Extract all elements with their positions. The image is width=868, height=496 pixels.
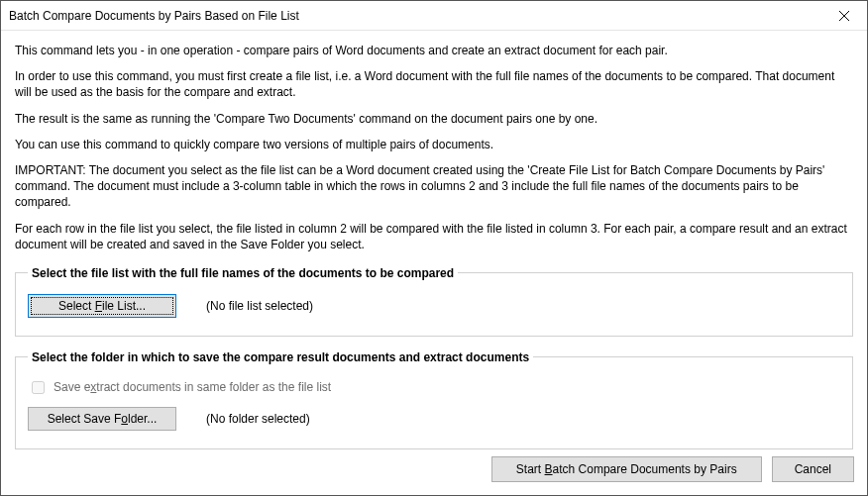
button-accesskey: o bbox=[121, 412, 128, 426]
button-accesskey: B bbox=[545, 462, 553, 476]
intro-paragraph-6: For each row in the file list you select… bbox=[15, 221, 853, 252]
intro-paragraph-5: IMPORTANT: The document you select as th… bbox=[15, 162, 853, 211]
dialog-footer: Start Batch Compare Documents by Pairs C… bbox=[491, 456, 854, 482]
cancel-text: Cancel bbox=[795, 462, 831, 476]
close-button[interactable] bbox=[821, 1, 867, 31]
button-text-prefix: Select bbox=[58, 299, 95, 313]
button-text-suffix: ile List... bbox=[102, 299, 146, 313]
same-folder-checkbox[interactable] bbox=[32, 381, 45, 394]
file-list-group-legend: Select the file list with the full file … bbox=[28, 266, 458, 280]
file-list-status: (No file list selected) bbox=[206, 299, 313, 313]
button-accesskey: F bbox=[95, 299, 102, 313]
select-file-list-button[interactable]: Select File List... bbox=[28, 294, 176, 318]
button-text-suffix: lder... bbox=[128, 412, 157, 426]
intro-paragraph-4: You can use this command to quickly comp… bbox=[15, 137, 853, 152]
save-folder-group: Select the folder in which to save the c… bbox=[15, 350, 853, 449]
button-text-suffix: atch Compare Documents by Pairs bbox=[553, 462, 737, 476]
start-batch-compare-button[interactable]: Start Batch Compare Documents by Pairs bbox=[491, 456, 762, 482]
checkbox-text-prefix: Save e bbox=[54, 380, 90, 394]
save-folder-status: (No folder selected) bbox=[206, 412, 310, 426]
window-title: Batch Compare Documents by Pairs Based o… bbox=[9, 9, 299, 23]
checkbox-text-suffix: tract documents in same folder as the fi… bbox=[96, 380, 331, 394]
button-text-prefix: Select Save F bbox=[48, 412, 122, 426]
cancel-button[interactable]: Cancel bbox=[772, 456, 854, 482]
titlebar: Batch Compare Documents by Pairs Based o… bbox=[1, 1, 867, 31]
select-save-folder-button[interactable]: Select Save Folder... bbox=[28, 407, 176, 431]
dialog-content: This command lets you - in one operation… bbox=[1, 31, 867, 459]
intro-paragraph-3: The result is the same as running the 'C… bbox=[15, 111, 853, 127]
button-text-prefix: Start bbox=[516, 462, 545, 476]
save-folder-group-legend: Select the folder in which to save the c… bbox=[28, 350, 533, 364]
intro-paragraph-2: In order to use this command, you must f… bbox=[15, 68, 853, 100]
same-folder-checkbox-label: Save extract documents in same folder as… bbox=[54, 380, 331, 394]
intro-paragraph-1: This command lets you - in one operation… bbox=[15, 43, 853, 58]
close-icon bbox=[839, 11, 849, 21]
file-list-group: Select the file list with the full file … bbox=[15, 266, 853, 337]
